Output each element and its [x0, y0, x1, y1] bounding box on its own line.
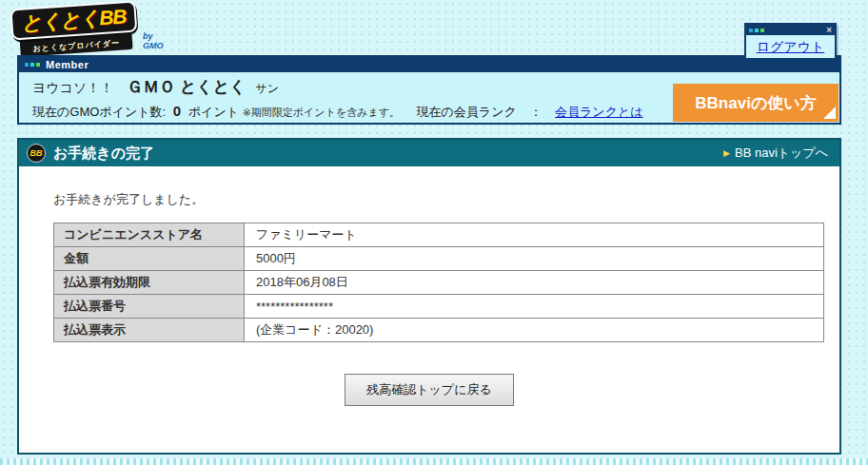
member-label: Member: [46, 59, 89, 70]
logo-title: とくとくBB: [21, 5, 128, 34]
row-label: 金額: [54, 247, 245, 271]
close-icon[interactable]: ×: [826, 26, 832, 35]
row-label: 払込票有効期限: [54, 271, 245, 295]
row-label: コンビニエンスストア名: [54, 223, 245, 247]
back-to-balance-top-button[interactable]: 残高確認トップに戻る: [345, 374, 514, 406]
points-unit: ポイント: [188, 105, 239, 119]
points-note: ※期間限定ポイントを含みます。: [243, 107, 400, 118]
member-dots-icon: [25, 63, 40, 67]
rank-label: 現在の会員ランク: [417, 105, 517, 119]
page-title: お手続きの完了: [53, 145, 154, 163]
table-row: 払込票番号 ****************: [54, 295, 824, 319]
points-value: 0: [173, 103, 181, 119]
welcome-suffix: サン: [255, 82, 279, 95]
logout-window-titlebar: ×: [746, 25, 835, 35]
section-header: BB お手続きの完了 ▶ BB naviトップへ: [19, 140, 839, 166]
rank-info-link[interactable]: 会員ランクとは: [555, 105, 643, 119]
logo-by-gmo: by GMO: [143, 31, 173, 50]
bbnavi-guide-label: BBnaviの使い方: [695, 94, 816, 112]
payment-details-table: コンビニエンスストア名 ファミリーマート 金額 5000円 払込票有効期限 20…: [53, 223, 824, 342]
row-value: ファミリーマート: [245, 223, 824, 247]
row-value: (企業コード：20020): [245, 319, 824, 342]
points-label: 現在のGMOポイント数:: [32, 105, 166, 119]
footer-strip: [0, 458, 868, 465]
bbnavi-top-label: BB naviトップへ: [735, 145, 828, 162]
bb-icon: BB: [27, 144, 46, 163]
row-label: 払込票表示: [54, 319, 245, 342]
tokutoku-bb-logo: とくとくBB おとくなプロバイダー by GMO: [11, 5, 173, 53]
logout-link[interactable]: ログアウト: [757, 39, 825, 56]
table-row: 金額 5000円: [54, 247, 824, 271]
member-titlebar: Member: [19, 57, 839, 72]
logout-window: × ログアウト: [744, 23, 837, 60]
member-name: ＧＭＯ とくとく: [127, 78, 246, 96]
member-panel: Member ヨウコソ！！ ＧＭＯ とくとく サン 現在のGMOポイント数: 0…: [17, 55, 841, 125]
completion-message: お手続きが完了しました。: [53, 191, 839, 208]
procedure-complete-panel: BB お手続きの完了 ▶ BB naviトップへ お手続きが完了しました。 コン…: [17, 138, 841, 455]
table-row: コンビニエンスストア名 ファミリーマート: [54, 223, 824, 247]
bbnavi-guide-button[interactable]: BBnaviの使い方: [673, 84, 838, 122]
window-dots-icon: [749, 29, 764, 32]
rank-separator: ：: [529, 105, 542, 119]
corner-triangle-icon: [823, 107, 836, 119]
arrow-icon: ▶: [723, 149, 730, 158]
table-row: 払込票表示 (企業コード：20020): [54, 319, 824, 342]
row-value: 2018年06月08日: [245, 271, 824, 295]
bbnavi-top-link[interactable]: ▶ BB naviトップへ: [723, 145, 828, 162]
row-value: ****************: [245, 295, 824, 319]
welcome-prefix: ヨウコソ！！: [32, 80, 113, 95]
table-row: 払込票有効期限 2018年06月08日: [54, 271, 824, 295]
logo-tagline: おとくなプロバイダー: [32, 39, 120, 53]
row-label: 払込票番号: [54, 295, 245, 319]
row-value: 5000円: [245, 247, 824, 271]
